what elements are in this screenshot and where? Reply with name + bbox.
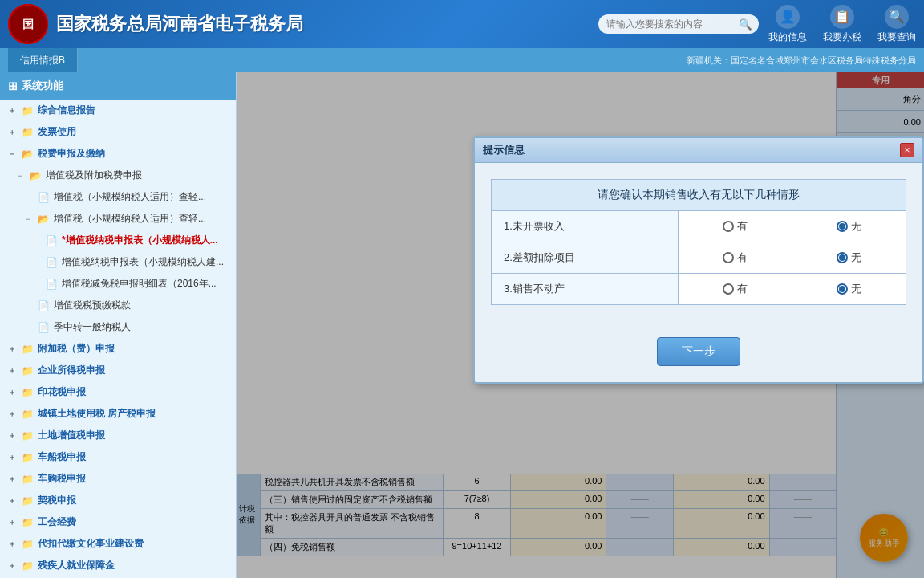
dialog-title-bar: 提示信息 × <box>475 138 922 163</box>
header-title: 国家税务总局河南省电子税务局 <box>56 12 598 36</box>
file-icon: 📄 <box>38 322 50 333</box>
sidebar-item-vat-exempt[interactable]: 📄 增值税减免税申报明细表（2016年... <box>0 273 236 295</box>
radio-yes-1[interactable] <box>723 221 734 232</box>
nav-item-credit[interactable]: 信用情报B <box>8 48 78 72</box>
dialog-row-1-yes: 有 <box>678 211 792 242</box>
sidebar-item-cultural[interactable]: ＋ 📁 代扣代缴文化事业建设费 <box>0 533 236 555</box>
expand-icon: ＋ <box>8 409 18 420</box>
query-icon: 🔍 <box>885 5 909 29</box>
sidebar-item-stamp-tax[interactable]: ＋ 📁 印花税申报 <box>0 381 236 403</box>
radio-yes-3[interactable] <box>723 283 734 295</box>
folder-icon: 📁 <box>22 387 34 398</box>
folder-icon: 📁 <box>22 430 34 442</box>
sidebar-header: ⊞ 系统功能 <box>0 72 236 100</box>
dialog-row-2: 2.差额扣除项目 有 无 <box>492 242 906 274</box>
sidebar-item-vat-prepay[interactable]: 📄 增值税税预缴税款 <box>0 295 236 316</box>
expand-icon: ＋ <box>8 495 18 507</box>
user-icon: 👤 <box>776 5 800 29</box>
folder-icon: 📁 <box>22 127 34 138</box>
grid-icon: ⊞ <box>8 79 18 92</box>
radio-no-1[interactable] <box>837 221 848 232</box>
folder-icon: 📁 <box>22 452 34 463</box>
radio-no-2[interactable] <box>837 252 848 263</box>
folder-icon: 📂 <box>38 214 50 225</box>
radio-no-3[interactable] <box>837 283 848 295</box>
folder-icon: 📁 <box>22 495 34 507</box>
radio-group-yes-3: 有 <box>691 282 780 296</box>
sidebar-item-land-vat[interactable]: ＋ 📁 土地增值税申报 <box>0 425 236 446</box>
expand-icon: ＋ <box>8 365 18 377</box>
radio-no-2-label: 无 <box>851 250 861 265</box>
folder-icon: 📂 <box>30 170 42 181</box>
dialog-row-1-label: 1.未开票收入 <box>492 211 679 242</box>
main-layout: ⊞ 系统功能 ＋ 📁 综合信息报告 ＋ 📁 发票使用 － 📂 税费申报及缴纳 －… <box>0 72 924 578</box>
radio-yes-2[interactable] <box>723 252 734 263</box>
search-input[interactable] <box>598 14 759 34</box>
dialog-row-1-no: 无 <box>792 211 906 242</box>
header: 国 国家税务总局河南省电子税务局 🔍 👤 我的信息 📋 我要办税 🔍 我要查询 <box>0 0 924 48</box>
file-icon: 📄 <box>38 300 50 311</box>
sidebar-item-vat-declaration-2[interactable]: 📄 增值税纳税申报表（小规模纳税人建... <box>0 251 236 273</box>
dialog-table-header: 请您确认本期销售收入有无以下几种情形 <box>492 180 906 211</box>
folder-icon: 📁 <box>22 105 34 116</box>
sidebar: ⊞ 系统功能 ＋ 📁 综合信息报告 ＋ 📁 发票使用 － 📂 税费申报及缴纳 －… <box>0 72 237 578</box>
dialog-body: 请您确认本期销售收入有无以下几种情形 1.未开票收入 有 <box>475 163 922 321</box>
sidebar-item-invoice[interactable]: ＋ 📁 发票使用 <box>0 121 236 143</box>
sidebar-item-disabled[interactable]: ＋ 📁 残疾人就业保障金 <box>0 555 236 576</box>
dialog-row-3: 3.销售不动产 有 无 <box>492 274 906 305</box>
dialog-box: 提示信息 × 请您确认本期销售收入有无以下几种情形 1.未开票收入 <box>473 136 924 384</box>
folder-icon: 📁 <box>22 539 34 550</box>
radio-no-1-label: 无 <box>851 219 861 234</box>
expand-icon: ＋ <box>8 387 18 398</box>
radio-group-no-2: 无 <box>804 250 894 265</box>
query-label: 我要查询 <box>877 31 916 44</box>
folder-icon: 📂 <box>22 149 34 160</box>
dialog-close-button[interactable]: × <box>900 143 914 157</box>
expand-icon: ＋ <box>8 127 18 138</box>
search-button[interactable]: 🔍 <box>739 18 752 31</box>
radio-group-no-3: 无 <box>804 282 894 296</box>
header-actions: 👤 我的信息 📋 我要办税 🔍 我要查询 <box>768 5 916 44</box>
sidebar-item-vehicle-vessel[interactable]: ＋ 📁 车船税申报 <box>0 446 236 468</box>
sidebar-item-general-info[interactable]: ＋ 📁 综合信息报告 <box>0 100 236 121</box>
next-step-button[interactable]: 下一步 <box>657 337 740 366</box>
radio-yes-1-label: 有 <box>737 219 748 234</box>
expand-icon: － <box>24 214 34 225</box>
folder-icon: 📁 <box>22 409 34 420</box>
dialog-title: 提示信息 <box>483 143 525 157</box>
expand-icon: ＋ <box>8 344 18 355</box>
sidebar-item-vat-small-query1[interactable]: 📄 增值税（小规模纳税人适用）查轻... <box>0 186 236 208</box>
sidebar-item-deed[interactable]: ＋ 📁 契税申报 <box>0 490 236 511</box>
tax-icon: 📋 <box>830 5 854 29</box>
my-info-button[interactable]: 👤 我的信息 <box>768 5 807 44</box>
do-tax-button[interactable]: 📋 我要办税 <box>823 5 861 44</box>
expand-icon: ＋ <box>8 539 18 550</box>
dialog-row-3-no: 无 <box>792 274 906 305</box>
dialog-table-header-row: 请您确认本期销售收入有无以下几种情形 <box>492 180 906 211</box>
sidebar-item-tax-declare[interactable]: － 📂 税费申报及缴纳 <box>0 143 236 165</box>
dialog-row-2-label: 2.差额扣除项目 <box>492 242 679 274</box>
sidebar-item-vat-declaration-main[interactable]: 📄 *增值税纳税申报表（小规模纳税人... <box>0 230 236 251</box>
dialog-row-1: 1.未开票收入 有 无 <box>492 211 906 242</box>
dialog-footer: 下一步 <box>475 321 922 382</box>
radio-group-yes-1: 有 <box>691 219 780 234</box>
content-area: 专用 角分 0.00 0.00 产和 2 0.00 0.00 0.00 0.00… <box>237 72 924 578</box>
sidebar-item-vehicle-purchase[interactable]: ＋ 📁 车购税申报 <box>0 468 236 490</box>
my-info-label: 我的信息 <box>768 31 807 44</box>
do-tax-label: 我要办税 <box>823 31 861 44</box>
sidebar-item-corporate-tax[interactable]: ＋ 📁 企业所得税申报 <box>0 360 236 381</box>
nav-bar: 信用情报B 新疆机关：国定名名合域郑州市会水区税务局特殊税务分局 <box>0 48 924 72</box>
radio-yes-2-label: 有 <box>737 250 748 265</box>
folder-icon: 📁 <box>22 560 34 572</box>
sidebar-item-union[interactable]: ＋ 📁 工会经费 <box>0 511 236 533</box>
dialog-row-3-label: 3.销售不动产 <box>492 274 679 305</box>
folder-icon: 📁 <box>22 517 34 528</box>
query-button[interactable]: 🔍 我要查询 <box>877 5 916 44</box>
sidebar-section-1: ＋ 📁 综合信息报告 ＋ 📁 发票使用 － 📂 税费申报及缴纳 － 📂 增值税及… <box>0 100 236 578</box>
sidebar-item-land-use[interactable]: ＋ 📁 城镇土地使用税 房产税申报 <box>0 403 236 425</box>
sidebar-item-vat-report[interactable]: － 📂 增值税及附加税费申报 <box>0 165 236 186</box>
sidebar-item-additional-tax[interactable]: ＋ 📁 附加税（费）申报 <box>0 338 236 360</box>
sidebar-item-vat-small-folder[interactable]: － 📂 增值税（小规模纳税人适用）查轻... <box>0 208 236 230</box>
sidebar-item-quarterly[interactable]: 📄 季中转一般纳税人 <box>0 316 236 338</box>
expand-icon: － <box>16 170 26 181</box>
